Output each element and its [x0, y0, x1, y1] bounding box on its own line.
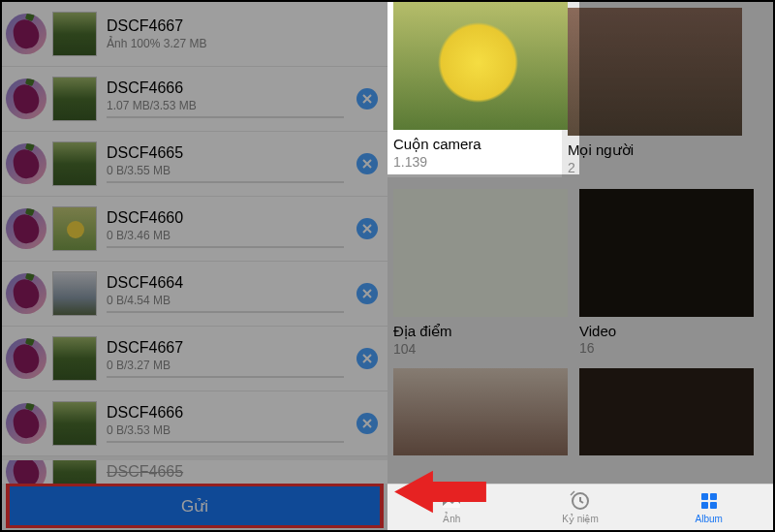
file-status: Ảnh 100% 3.27 MB	[107, 37, 378, 50]
svg-rect-4	[701, 493, 708, 500]
album-item[interactable]	[579, 368, 754, 455]
album-địa-điểm[interactable]: Địa điểm 104	[393, 189, 568, 357]
photos-app-panel: Cuộn camera 1.139 Mọi người 2 Địa điểm 1…	[388, 2, 773, 530]
file-name: DSCF4667	[107, 339, 356, 357]
cancel-button[interactable]	[356, 348, 378, 369]
album-cuộn-camera[interactable]: Cuộn camera 1.139	[388, 2, 562, 177]
cancel-button[interactable]	[356, 88, 378, 110]
close-icon	[361, 353, 373, 364]
svg-rect-7	[710, 502, 717, 509]
transfer-panel: DSCF4667 Ảnh 100% 3.27 MB DSCF4666 1.07 …	[2, 2, 388, 530]
file-thumbnail	[52, 12, 97, 56]
cancel-button[interactable]	[356, 218, 378, 239]
sender-avatar	[6, 143, 46, 184]
album-thumbnail	[393, 2, 568, 130]
album-item[interactable]	[393, 368, 568, 455]
tab-label: Album	[696, 514, 723, 524]
album-title: Mọi người	[568, 141, 742, 159]
annotation-arrow	[394, 465, 486, 522]
close-icon	[361, 418, 373, 429]
close-icon	[361, 288, 373, 299]
album-thumbnail	[393, 368, 568, 455]
send-button-label: Gửi	[181, 496, 208, 516]
sender-avatar	[6, 14, 46, 54]
album-thumbnail	[579, 189, 754, 317]
album-icon	[698, 490, 721, 512]
file-row[interactable]: DSCF4667 0 B/3.27 MB	[2, 327, 388, 391]
close-icon	[361, 223, 373, 235]
album-title: Cuộn camera	[393, 136, 556, 153]
album-thumbnail	[568, 8, 742, 136]
file-status: 0 B/3.53 MB	[107, 423, 356, 437]
file-name: DSCF4664	[107, 274, 356, 292]
send-button[interactable]: Gửi	[6, 484, 384, 528]
file-status: 0 B/3.46 MB	[107, 229, 356, 242]
album-mọi-người[interactable]: Mọi người 2	[568, 8, 742, 177]
file-row[interactable]: DSCF4667 Ảnh 100% 3.27 MB	[2, 2, 388, 67]
album-count: 1.139	[393, 154, 556, 170]
svg-marker-0	[394, 471, 486, 514]
memories-icon	[569, 490, 592, 512]
cancel-button[interactable]	[356, 153, 378, 174]
progress-bar	[107, 441, 344, 443]
file-row[interactable]: DSCF4664 0 B/4.54 MB	[2, 262, 388, 327]
close-icon	[361, 158, 373, 170]
progress-bar	[107, 246, 344, 248]
file-status: 0 B/4.54 MB	[107, 294, 356, 307]
album-video[interactable]: Video 16	[579, 189, 754, 357]
sender-avatar	[6, 460, 46, 484]
file-row[interactable]: DSCF4665 0 B/3.55 MB	[2, 132, 388, 197]
file-name: DSCF4667	[107, 17, 378, 35]
album-grid: Cuộn camera 1.139 Mọi người 2 Địa điểm 1…	[388, 2, 773, 484]
sender-avatar	[6, 208, 46, 249]
album-title: Địa điểm	[393, 323, 568, 340]
file-list: DSCF4667 Ảnh 100% 3.27 MB DSCF4666 1.07 …	[2, 2, 388, 460]
album-count: 104	[393, 341, 568, 357]
file-name: DSCF4665	[107, 144, 356, 162]
file-name: DSCF4666	[107, 79, 356, 97]
file-row[interactable]: DSCF4666 0 B/3.53 MB	[2, 391, 388, 456]
file-status: 1.07 MB/3.53 MB	[107, 99, 356, 112]
cancel-button[interactable]	[356, 283, 378, 304]
close-icon	[361, 93, 373, 105]
album-thumbnail	[579, 368, 754, 455]
tab-kỷ-niệm[interactable]: Kỷ niệm	[516, 485, 645, 530]
progress-bar	[107, 181, 344, 183]
svg-rect-5	[710, 493, 717, 500]
progress-bar	[107, 311, 344, 313]
file-thumbnail	[52, 271, 97, 316]
file-name: DSCF4660	[107, 209, 356, 227]
album-count: 16	[579, 340, 754, 356]
file-row[interactable]: DSCF4666 1.07 MB/3.53 MB	[2, 67, 388, 132]
file-thumbnail	[52, 336, 97, 381]
sender-avatar	[6, 338, 46, 379]
sender-avatar	[6, 78, 46, 119]
file-name: DSCF4666	[107, 404, 356, 422]
file-thumbnail	[52, 401, 97, 446]
sender-avatar	[6, 273, 46, 314]
file-thumbnail	[52, 141, 97, 186]
file-thumbnail	[52, 77, 97, 121]
progress-bar	[107, 376, 344, 378]
partial-file-row: DSCF4665	[2, 460, 388, 484]
file-thumbnail	[52, 460, 97, 484]
album-count: 2	[568, 160, 742, 175]
album-thumbnail	[393, 189, 568, 317]
svg-rect-6	[701, 502, 708, 509]
file-status: 0 B/3.27 MB	[107, 359, 356, 372]
cancel-button[interactable]	[356, 413, 378, 434]
progress-bar	[107, 116, 344, 118]
file-name: DSCF4665	[107, 463, 388, 481]
sender-avatar	[6, 403, 46, 444]
file-thumbnail	[52, 206, 97, 251]
tab-album[interactable]: Album	[644, 485, 773, 530]
file-row[interactable]: DSCF4660 0 B/3.46 MB	[2, 197, 388, 262]
tab-label: Kỷ niệm	[562, 514, 599, 524]
album-title: Video	[579, 323, 754, 339]
file-status: 0 B/3.55 MB	[107, 164, 356, 177]
